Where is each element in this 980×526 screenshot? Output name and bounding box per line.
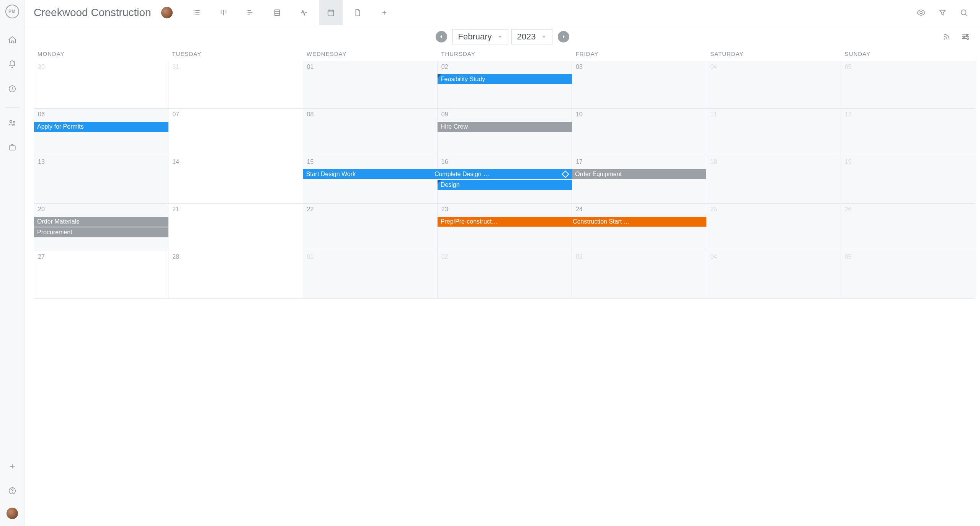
calendar-day[interactable]: 27 (34, 251, 168, 299)
event-design-phase[interactable]: Design (438, 180, 572, 190)
calendar-day[interactable]: 03 (572, 61, 706, 109)
day-number: 31 (172, 64, 179, 70)
filter-icon[interactable] (933, 0, 952, 25)
briefcase-icon[interactable] (5, 140, 20, 155)
calendar-day[interactable]: 02 (438, 61, 572, 109)
calendar-day[interactable]: 06 (34, 109, 168, 156)
view-files-icon[interactable] (346, 0, 369, 25)
calendar-day[interactable]: 02 (438, 251, 572, 299)
event-construction-span[interactable]: Prep/Pre-construct…Construction Start … (438, 217, 707, 227)
month-select-label: February (458, 32, 492, 42)
view-board-icon[interactable] (212, 0, 235, 25)
svg-rect-11 (328, 10, 333, 16)
day-number: 13 (38, 158, 45, 165)
calendar-day[interactable]: 11 (706, 109, 841, 156)
calendar-day[interactable]: 23 (438, 204, 572, 251)
calendar-day[interactable]: 21 (168, 204, 303, 251)
calendar-day[interactable]: 18 (706, 156, 841, 204)
year-select[interactable]: 2023 (511, 29, 552, 44)
calendar-day[interactable]: 25 (706, 204, 841, 251)
search-icon[interactable] (955, 0, 973, 25)
view-activity-icon[interactable] (292, 0, 316, 25)
day-number: 02 (441, 64, 448, 70)
event-label: Prep/Pre-construct… (441, 218, 571, 225)
calendar-day[interactable]: 28 (168, 251, 303, 299)
calendar-day[interactable]: 04 (706, 61, 841, 109)
calendar-day[interactable]: 31 (168, 61, 303, 109)
current-user-avatar[interactable] (7, 508, 18, 519)
event-order-materials[interactable]: Order Materials (34, 217, 168, 227)
day-number: 24 (576, 206, 583, 213)
day-number: 30 (38, 64, 45, 70)
event-label: Hire Crew (441, 123, 468, 130)
day-number: 19 (845, 158, 852, 165)
day-number: 22 (307, 206, 314, 213)
settings-sliders-icon[interactable] (959, 30, 972, 44)
event-order-equipment[interactable]: Order Equipment (572, 169, 706, 179)
day-header: MONDAY (34, 48, 168, 61)
visibility-icon[interactable] (912, 0, 930, 25)
rss-feed-icon[interactable] (940, 30, 953, 43)
brand-logo[interactable]: PM (5, 5, 19, 18)
add-icon[interactable] (5, 459, 20, 474)
year-select-label: 2023 (517, 32, 536, 42)
calendar-day[interactable]: 13 (34, 156, 168, 204)
milestone-icon (562, 170, 570, 178)
help-icon[interactable] (5, 483, 20, 498)
svg-point-17 (967, 38, 969, 39)
calendar-day[interactable]: 24 (572, 204, 706, 251)
event-procurement[interactable]: Procurement (34, 227, 168, 237)
calendar: MONDAYTUESDAYWEDNESDAYTHURSDAYFRIDAYSATU… (24, 48, 980, 526)
svg-point-14 (944, 38, 945, 39)
month-select[interactable]: February (452, 29, 508, 44)
recent-icon[interactable] (5, 81, 20, 96)
calendar-day[interactable]: 08 (303, 109, 438, 156)
calendar-day[interactable]: 01 (303, 61, 438, 109)
calendar-day[interactable]: 30 (34, 61, 168, 109)
team-icon[interactable] (5, 115, 20, 131)
view-sheet-icon[interactable] (265, 0, 289, 25)
calendar-day[interactable]: 03 (572, 251, 706, 299)
calendar-day[interactable]: 19 (841, 156, 975, 204)
calendar-day[interactable]: 17 (572, 156, 706, 204)
event-label: Procurement (37, 229, 72, 236)
calendar-day[interactable]: 10 (572, 109, 706, 156)
day-number: 08 (307, 111, 314, 118)
calendar-day[interactable]: 01 (303, 251, 438, 299)
day-number: 07 (172, 111, 179, 118)
calendar-day[interactable]: 26 (841, 204, 975, 251)
home-icon[interactable] (5, 32, 20, 47)
prev-month-button[interactable] (436, 31, 447, 42)
event-hire-crew[interactable]: Hire Crew (438, 122, 572, 132)
day-number: 05 (845, 64, 852, 70)
calendar-day[interactable]: 12 (841, 109, 975, 156)
project-member-avatar[interactable] (161, 7, 173, 18)
calendar-day[interactable]: 05 (841, 251, 975, 299)
calendar-day[interactable]: 22 (303, 204, 438, 251)
event-apply-permits[interactable]: Apply for Permits (34, 122, 168, 132)
project-title: Creekwood Construction (34, 7, 151, 19)
day-header: SUNDAY (841, 48, 975, 61)
event-feasibility[interactable]: Feasibility Study (438, 74, 572, 84)
svg-point-0 (13, 61, 15, 63)
calendar-day[interactable]: 09 (438, 109, 572, 156)
rail-divider (5, 107, 19, 108)
add-view-icon[interactable] (372, 0, 396, 25)
day-number: 26 (845, 206, 852, 213)
day-header: WEDNESDAY (303, 48, 437, 61)
next-month-button[interactable] (558, 31, 569, 42)
svg-point-3 (13, 121, 15, 123)
calendar-day[interactable]: 04 (706, 251, 841, 299)
view-gantt-icon[interactable] (238, 0, 262, 25)
day-number: 04 (710, 64, 717, 70)
calendar-day[interactable]: 07 (168, 109, 303, 156)
event-design-span[interactable]: Start Design WorkComplete Design … (303, 169, 572, 179)
view-list-icon[interactable] (185, 0, 209, 25)
svg-point-15 (966, 34, 968, 36)
view-calendar-icon[interactable] (319, 0, 343, 25)
calendar-day[interactable]: 14 (168, 156, 303, 204)
chevron-down-icon (541, 34, 547, 39)
calendar-day[interactable]: 15 (303, 156, 438, 204)
calendar-day[interactable]: 05 (841, 61, 975, 109)
bell-icon[interactable] (5, 57, 20, 72)
